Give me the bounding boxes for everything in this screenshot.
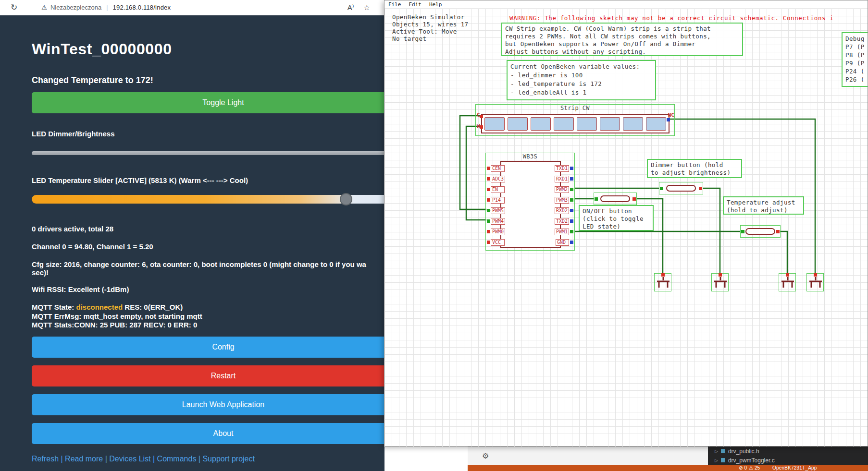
chip-left-pins: CEN ADC3 EN P14 PWM5 PWM4 [487, 165, 505, 246]
pin-square [487, 219, 490, 223]
chip-pin-row[interactable]: TXD1 [555, 165, 573, 172]
cfg-status-line2: sec)! [32, 268, 384, 277]
footer-link[interactable]: Read more [65, 455, 109, 463]
chip-body [500, 161, 561, 248]
button-component[interactable] [654, 273, 671, 291]
tree-chevron-icon[interactable]: ▷ [715, 449, 718, 454]
footer-link[interactable]: Devices List [109, 455, 157, 463]
mqtt-state-line: MQTT State: disconnected RES: 0(ERR_OK) [32, 303, 384, 312]
button-component[interactable] [806, 273, 824, 291]
tree-row[interactable]: ▷ drv_pwmToggler.c [708, 456, 868, 465]
chip-pin-row[interactable]: PWM3 [555, 196, 573, 204]
menu-item[interactable]: Edit [409, 1, 422, 8]
chip-pin-row[interactable]: PWM2 [555, 186, 573, 193]
button-component[interactable] [711, 273, 729, 291]
security-warning-icon: ⚠ [41, 4, 47, 11]
note-line: - led_enableAll is 1 [510, 88, 652, 97]
chip-pin-label: GND [556, 239, 569, 246]
launch-web-app-button[interactable]: Launch Web Application [32, 394, 384, 415]
button-component[interactable] [779, 273, 796, 291]
tree-row[interactable]: ▷ drv_public.h [708, 447, 868, 456]
chip-pin-row[interactable]: PWM0 [487, 228, 505, 235]
refresh-icon[interactable]: ↻ [11, 2, 17, 12]
menu-item[interactable]: Help [429, 1, 442, 8]
chip-pin-label: RXD2 [555, 207, 569, 214]
mqtt-stats-line: MQTT Stats:CONN: 25 PUB: 287 RECV: 0 ERR… [32, 321, 384, 330]
footer-link[interactable]: Support project [202, 455, 255, 463]
temperature-slider[interactable] [32, 195, 384, 204]
warnings-icon: ⚠ [749, 465, 753, 471]
pin-square [660, 187, 663, 190]
chip-pin-row[interactable]: VCC [487, 239, 505, 246]
note-box-debug[interactable]: DebugP7 (PP8 (PP9 (PP24 (P26 ( [842, 32, 868, 87]
menu-item[interactable]: File [388, 1, 401, 8]
pin-square [487, 167, 490, 170]
chip-pin-row[interactable]: ADC3 [487, 175, 505, 182]
chip-pin-row[interactable]: RXD1 [555, 175, 573, 182]
note-box-onoff[interactable]: ON/OFF button(click to toggleLED state) [579, 205, 654, 231]
chip-pin-label: RXD1 [555, 176, 569, 182]
simulator-canvas[interactable]: OpenBeken SimulatorObjects 15, wires 17A… [384, 9, 868, 447]
footer-link[interactable]: Commands [157, 455, 203, 463]
note-box-variables[interactable]: Current OpenBeken variable values:- led_… [507, 60, 656, 100]
strip-cw-component[interactable]: Strip CW C W NC [475, 104, 675, 136]
pin-square [786, 273, 789, 277]
about-button[interactable]: About [32, 423, 384, 444]
push-button-body [666, 185, 696, 192]
read-aloud-icon[interactable]: A⁾ [347, 3, 354, 12]
pin-square [487, 177, 490, 181]
status-line: Objects 15, wires 17 [392, 21, 469, 28]
pin-square [719, 273, 722, 277]
dimmer-slider[interactable] [32, 151, 384, 155]
restart-button[interactable]: Restart [32, 365, 384, 386]
push-button-icon [712, 277, 729, 291]
pin-square [487, 230, 490, 233]
gear-icon[interactable]: ⚙ [482, 451, 489, 460]
note-line: - led_temperature is 172 [510, 80, 652, 88]
chip-pin-row[interactable]: GND [556, 239, 573, 246]
note-box-cw-example[interactable]: CW Strip example. CW (Cool Warm) strip i… [501, 23, 743, 56]
errors-count: 0 [744, 465, 747, 471]
chip-pin-label: PWM5 [491, 207, 505, 214]
wifi-status: Wifi RSSI: Excellent (-1dBm) [32, 285, 384, 293]
project-name: OpenBK7231T_App [772, 465, 817, 471]
browser-window: ↻ ⚠ Niezabezpieczona | 192.168.0.118/ind… [0, 0, 384, 471]
footer-link[interactable]: Refresh [32, 455, 65, 463]
tree-chevron-icon[interactable]: ▷ [715, 458, 718, 463]
note-line: but OpenBeken supports a Power On/Off an… [505, 40, 739, 48]
chip-pin-label: PWM1 [555, 229, 569, 235]
channels-status: Channel 0 = 94.80, Channel 1 = 5.20 [32, 242, 384, 251]
address-url[interactable]: 192.168.0.118/index [113, 4, 171, 11]
chip-pin-row[interactable]: PWM1 [555, 228, 573, 235]
toggle-light-button[interactable]: Toggle Light [32, 92, 384, 113]
chip-pin-row[interactable]: RXD2 [555, 207, 573, 214]
chip-pin-row[interactable]: PWM4 [487, 217, 505, 225]
wb3s-chip-component[interactable]: WB3S CEN ADC3 EN P14 PWM5 [485, 153, 575, 251]
explorer-tree: ▷ drv_public.h ▷ drv_pwmToggler.c [708, 447, 868, 465]
pin-square [699, 187, 702, 190]
config-button[interactable]: Config [32, 337, 384, 358]
pin-square [595, 197, 598, 201]
favorites-icon[interactable]: ☆ [364, 3, 370, 12]
chip-pin-row[interactable]: PWM5 [487, 207, 505, 214]
site-security-chip[interactable]: ⚠ Niezabezpieczona [41, 4, 101, 11]
dimmer-button-component[interactable] [659, 182, 703, 194]
note-box-dimmer[interactable]: Dimmer button (holdto adjust brightness) [647, 159, 742, 178]
pin-square [570, 188, 573, 191]
chip-pin-row[interactable]: CEN [487, 165, 505, 172]
note-box-temperature[interactable]: Temperature adjust(hold to adjust) [723, 196, 804, 215]
simulator-menubar: FileEditHelp [384, 0, 868, 9]
temperature-button-component[interactable] [740, 225, 781, 238]
push-button-icon [807, 277, 824, 291]
chip-label: WB3S [486, 153, 574, 160]
led-segment [646, 117, 666, 131]
dimmer-label: LED Dimmer/Brightness [32, 130, 384, 138]
chip-pin-row[interactable]: EN [487, 186, 505, 193]
wire [703, 188, 720, 273]
temperature-knob[interactable] [340, 193, 352, 205]
chip-pin-row[interactable]: TXD2 [555, 217, 573, 225]
cfg-status-line1: Cfg size: 2016, change counter: 6, ota c… [32, 260, 384, 268]
onoff-button-component[interactable] [594, 193, 637, 205]
problems-indicator[interactable]: ⊘0 ⚠25 [739, 465, 760, 471]
chip-pin-row[interactable]: P14 [487, 196, 505, 204]
